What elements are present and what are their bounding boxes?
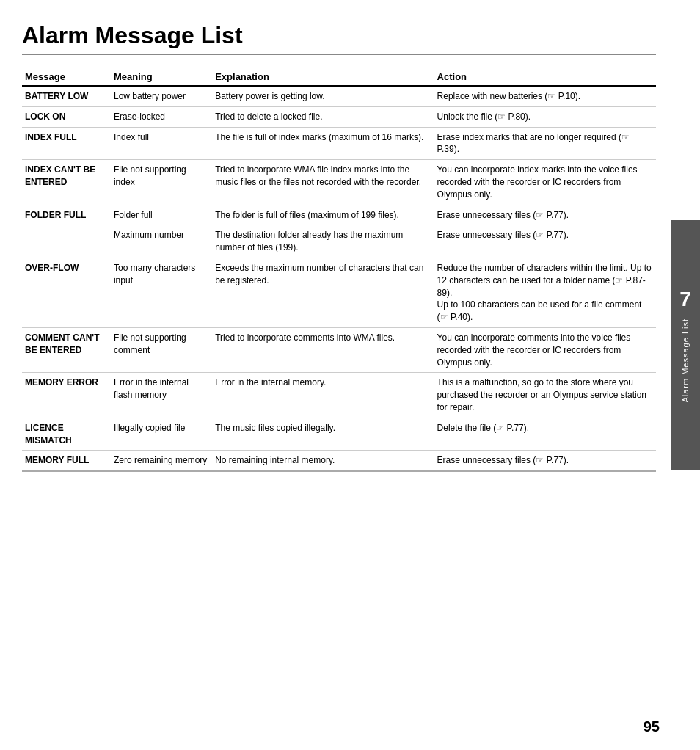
table-row: LICENCE MISMATCHIllegally copied fileThe…	[22, 418, 656, 451]
table-row: BATTERY LOWLow battery powerBattery powe…	[22, 86, 656, 106]
meaning-cell: Illegally copied file	[111, 418, 212, 451]
meaning-cell: File not supporting comment	[111, 327, 212, 372]
table-row: COMMENT CAN'T BE ENTEREDFile not support…	[22, 327, 656, 372]
page-number: 95	[644, 718, 660, 735]
action-cell: You can incorporate index marks into the…	[434, 160, 656, 205]
action-cell: You can incorporate comments into the vo…	[434, 327, 656, 372]
meaning-cell: Folder full	[111, 205, 212, 225]
title-divider	[22, 54, 656, 55]
table-header-row: Message Meaning Explanation Action	[22, 68, 656, 86]
explanation-cell: Tried to incorporate comments into WMA f…	[212, 327, 434, 372]
message-cell: LOCK ON	[22, 106, 111, 127]
table-row: MEMORY ERRORError in the internal flash …	[22, 373, 656, 418]
meaning-cell: File not supporting index	[111, 160, 212, 205]
message-cell: BATTERY LOW	[22, 86, 111, 106]
table-row: Maximum numberThe destination folder alr…	[22, 225, 656, 258]
action-cell: Delete the file (☞ P.77).	[434, 418, 656, 451]
message-cell: MEMORY FULL	[22, 451, 111, 471]
col-header-message: Message	[22, 68, 111, 86]
message-cell: OVER-FLOW	[22, 258, 111, 327]
meaning-cell: Maximum number	[111, 225, 212, 258]
col-header-meaning: Meaning	[111, 68, 212, 86]
explanation-cell: Tried to incorporate WMA file index mark…	[212, 160, 434, 205]
explanation-cell: Exceeds the maximum number of characters…	[212, 258, 434, 327]
explanation-cell: Battery power is getting low.	[212, 86, 434, 106]
explanation-cell: The folder is full of files (maximum of …	[212, 205, 434, 225]
meaning-cell: Error in the internal flash memory	[111, 373, 212, 418]
page-title: Alarm Message List	[22, 22, 656, 49]
message-cell	[22, 225, 111, 258]
explanation-cell: Tried to delete a locked file.	[212, 106, 434, 127]
page-container: Alarm Message List Message Meaning Expla…	[0, 0, 700, 487]
message-cell: FOLDER FULL	[22, 205, 111, 225]
explanation-cell: The file is full of index marks (maximum…	[212, 127, 434, 160]
message-cell: COMMENT CAN'T BE ENTERED	[22, 327, 111, 372]
meaning-cell: Zero remaining memory	[111, 451, 212, 471]
explanation-cell: No remaining internal memory.	[212, 451, 434, 471]
action-cell: Erase unnecessary files (☞ P.77).	[434, 205, 656, 225]
chapter-number: 7	[679, 288, 691, 311]
meaning-cell: Too many characters input	[111, 258, 212, 327]
col-header-action: Action	[434, 68, 656, 86]
table-row: OVER-FLOWToo many characters inputExceed…	[22, 258, 656, 327]
action-cell: Reduce the number of characters within t…	[434, 258, 656, 327]
message-cell: MEMORY ERROR	[22, 373, 111, 418]
message-cell: INDEX FULL	[22, 127, 111, 160]
table-row: INDEX FULLIndex fullThe file is full of …	[22, 127, 656, 160]
table-row: INDEX CAN'T BE ENTEREDFile not supportin…	[22, 160, 656, 205]
action-cell: Replace with new batteries (☞ P.10).	[434, 86, 656, 106]
action-cell: Erase index marks that are no longer req…	[434, 127, 656, 160]
message-cell: LICENCE MISMATCH	[22, 418, 111, 451]
chapter-tab: 7 Alarm Message List	[671, 220, 700, 470]
message-cell: INDEX CAN'T BE ENTERED	[22, 160, 111, 205]
meaning-cell: Low battery power	[111, 86, 212, 106]
alarm-message-table: Message Meaning Explanation Action BATTE…	[22, 68, 656, 472]
col-header-explanation: Explanation	[212, 68, 434, 86]
meaning-cell: Erase-locked	[111, 106, 212, 127]
action-cell: Unlock the file (☞ P.80).	[434, 106, 656, 127]
action-cell: Erase unnecessary files (☞ P.77).	[434, 225, 656, 258]
table-row: FOLDER FULLFolder fullThe folder is full…	[22, 205, 656, 225]
table-row: MEMORY FULLZero remaining memoryNo remai…	[22, 451, 656, 471]
explanation-cell: The music files copied illegally.	[212, 418, 434, 451]
chapter-label: Alarm Message List	[681, 318, 690, 403]
meaning-cell: Index full	[111, 127, 212, 160]
explanation-cell: Error in the internal memory.	[212, 373, 434, 418]
table-row: LOCK ONErase-lockedTried to delete a loc…	[22, 106, 656, 127]
action-cell: Erase unnecessary files (☞ P.77).	[434, 451, 656, 471]
explanation-cell: The destination folder already has the m…	[212, 225, 434, 258]
action-cell: This is a malfunction, so go to the stor…	[434, 373, 656, 418]
